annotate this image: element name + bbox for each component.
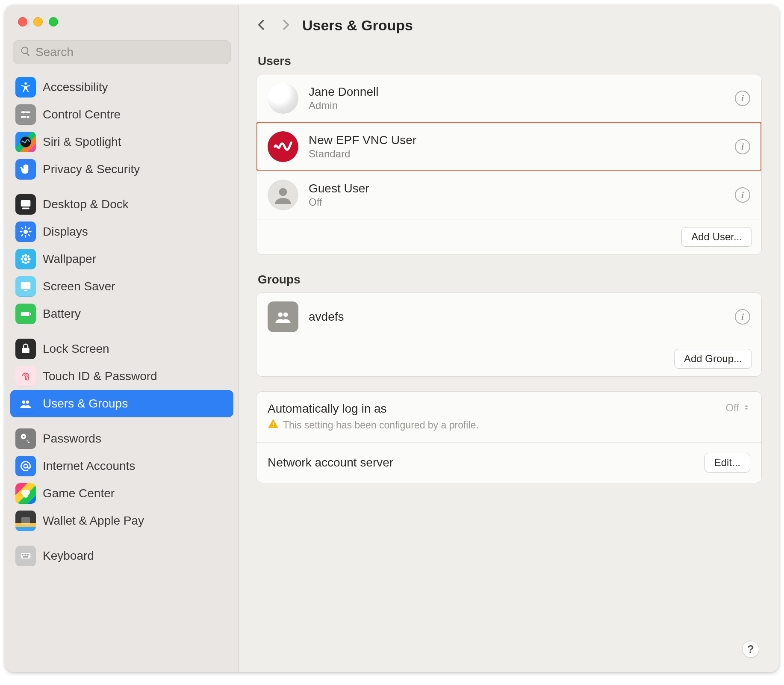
svg-rect-45: [28, 554, 29, 555]
user-role: Admin: [309, 100, 725, 112]
svg-point-32: [26, 401, 29, 404]
svg-rect-6: [21, 200, 31, 207]
svg-line-14: [29, 235, 30, 236]
svg-rect-26: [21, 282, 31, 289]
sidebar-item-label: Screen Saver: [43, 280, 115, 293]
sidebar: AccessibilityControl CentreSiri & Spotli…: [5, 5, 239, 672]
forward-button[interactable]: [279, 18, 292, 33]
svg-point-48: [278, 313, 283, 317]
settings-card: Automatically log in as This setting has…: [256, 391, 762, 483]
svg-point-34: [23, 436, 25, 438]
gamecenter-icon: [15, 483, 36, 504]
minimize-window-button[interactable]: [33, 17, 43, 27]
sidebar-item-label: Passwords: [43, 432, 101, 446]
sidebar-item-desktop-dock[interactable]: Desktop & Dock: [10, 191, 233, 218]
svg-point-22: [22, 255, 24, 258]
sidebar-item-wallpaper[interactable]: Wallpaper: [10, 245, 233, 273]
network-server-label: Network account server: [268, 456, 694, 469]
svg-point-2: [22, 111, 25, 114]
svg-point-20: [21, 258, 23, 260]
sidebar-item-privacy-security[interactable]: Privacy & Security: [10, 156, 233, 183]
svg-point-24: [22, 260, 24, 263]
user-info-button[interactable]: i: [735, 91, 750, 106]
edit-network-server-button[interactable]: Edit...: [704, 453, 750, 472]
sidebar-item-label: Lock Screen: [43, 342, 109, 356]
groups-section-label: Groups: [258, 273, 762, 286]
svg-rect-41: [22, 554, 23, 555]
group-icon: [268, 301, 298, 332]
page-title: Users & Groups: [302, 17, 413, 34]
user-avatar: [268, 131, 298, 162]
auto-login-select[interactable]: Off: [725, 402, 750, 414]
svg-point-23: [27, 255, 29, 258]
user-row[interactable]: Jane DonnellAdmini: [256, 74, 761, 122]
people-icon: [15, 393, 36, 414]
sidebar-item-touch-id-password[interactable]: Touch ID & Password: [10, 363, 233, 390]
sidebar-item-wallet-apple-pay[interactable]: Wallet & Apple Pay: [10, 507, 233, 534]
accessibility-icon: [15, 77, 36, 97]
sidebar-item-label: Keyboard: [43, 549, 94, 563]
lock-icon: [15, 339, 36, 359]
close-window-button[interactable]: [18, 17, 27, 27]
sidebar-item-lock-screen[interactable]: Lock Screen: [10, 335, 233, 363]
sidebar-item-displays[interactable]: Displays: [10, 218, 233, 245]
svg-rect-39: [21, 517, 30, 525]
network-server-row: Network account server Edit...: [256, 442, 761, 483]
group-name: avdefs: [309, 310, 725, 324]
sidebar-item-label: Game Center: [43, 487, 115, 500]
help-button[interactable]: ?: [742, 641, 759, 658]
add-user-button[interactable]: Add User...: [681, 227, 752, 247]
user-row[interactable]: Guest UserOffi: [256, 171, 761, 219]
group-row[interactable]: avdefsi: [256, 293, 761, 341]
flower-icon: [15, 249, 36, 269]
sidebar-item-game-center[interactable]: Game Center: [10, 480, 233, 507]
main-scroll[interactable]: Users Jane DonnellAdminiNew EPF VNC User…: [239, 42, 779, 672]
search-field[interactable]: [13, 40, 231, 64]
svg-point-19: [24, 262, 27, 264]
add-group-button[interactable]: Add Group...: [674, 349, 752, 369]
svg-point-49: [283, 313, 288, 317]
users-section-label: Users: [258, 54, 762, 68]
sidebar-item-accessibility[interactable]: Accessibility: [10, 74, 233, 101]
user-avatar: [268, 83, 298, 114]
sidebar-item-label: Touch ID & Password: [43, 369, 157, 383]
maximize-window-button[interactable]: [49, 17, 58, 27]
user-name: New EPF VNC User: [309, 133, 725, 147]
svg-point-31: [22, 401, 26, 404]
svg-rect-29: [30, 313, 31, 315]
sidebar-item-label: Internet Accounts: [43, 459, 135, 473]
user-info-button[interactable]: i: [735, 187, 750, 203]
user-row[interactable]: New EPF VNC UserStandardi: [256, 122, 761, 171]
key-icon: [15, 428, 36, 449]
sidebar-item-siri-spotlight[interactable]: Siri & Spotlight: [10, 128, 233, 156]
search-input[interactable]: [35, 45, 224, 59]
search-icon: [20, 46, 31, 59]
svg-point-25: [27, 260, 29, 263]
svg-point-0: [24, 83, 27, 85]
battery-icon: [15, 304, 36, 324]
svg-point-17: [24, 257, 27, 261]
sidebar-item-internet-accounts[interactable]: Internet Accounts: [10, 452, 233, 480]
sidebar-item-passwords[interactable]: Passwords: [10, 425, 233, 452]
group-info-button[interactable]: i: [735, 309, 750, 325]
svg-point-47: [279, 188, 287, 196]
sidebar-item-label: Control Centre: [43, 108, 121, 121]
svg-rect-30: [22, 348, 29, 354]
svg-point-4: [26, 115, 29, 119]
svg-line-13: [22, 228, 23, 229]
user-info-button[interactable]: i: [735, 139, 750, 154]
hand-icon: [15, 159, 36, 180]
user-role: Off: [309, 196, 725, 208]
sidebar-item-control-centre[interactable]: Control Centre: [10, 101, 233, 128]
back-button[interactable]: [255, 18, 268, 33]
sidebar-item-screen-saver[interactable]: Screen Saver: [10, 273, 233, 300]
sidebar-item-battery[interactable]: Battery: [10, 300, 233, 328]
auto-login-note: This setting has been configured by a pr…: [283, 419, 479, 431]
sidebar-item-users-groups[interactable]: Users & Groups: [10, 390, 233, 417]
svg-point-38: [23, 493, 29, 498]
sidebar-item-label: Displays: [43, 225, 88, 239]
brightness-icon: [15, 221, 36, 242]
svg-rect-43: [25, 554, 27, 555]
sidebar-item-keyboard[interactable]: Keyboard: [10, 542, 233, 570]
sidebar-item-label: Desktop & Dock: [43, 198, 129, 211]
